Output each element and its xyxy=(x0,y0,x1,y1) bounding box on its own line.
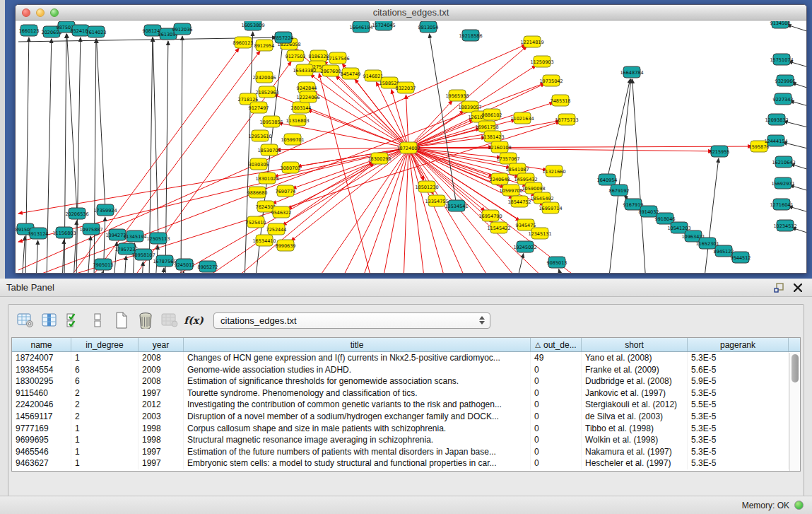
graph-node[interactable]: 18301025 xyxy=(255,173,278,184)
table-row[interactable]: 946362711997Embryonic stem cells: a mode… xyxy=(12,457,800,469)
graph-node[interactable]: 20206536 xyxy=(65,208,88,219)
graph-node[interactable]: 22420046 xyxy=(252,71,276,83)
graph-node[interactable]: 7252444 xyxy=(266,223,287,235)
table-cell[interactable]: Estimation of significance thresholds fo… xyxy=(184,375,531,387)
graph-node[interactable]: 12716041 xyxy=(770,199,793,210)
graph-node[interactable]: 9329966 xyxy=(775,75,796,86)
table-cell[interactable]: 6 xyxy=(71,375,139,387)
table-cell[interactable]: 14569117 xyxy=(12,411,71,423)
graph-node[interactable]: 12224066 xyxy=(296,91,319,103)
table-cell[interactable]: 5.6E-5 xyxy=(688,364,789,376)
column-header-out_de[interactable]: △out_de... xyxy=(531,338,582,351)
graph-node[interactable]: 3030305 xyxy=(249,158,269,170)
graph-node[interactable]: 18775713 xyxy=(555,114,578,125)
graph-node[interactable]: 19735042 xyxy=(539,75,563,86)
graph-edge[interactable] xyxy=(18,148,408,214)
table-cell[interactable]: 2008 xyxy=(139,352,184,364)
table-row[interactable]: 1830029562008Estimation of significance … xyxy=(12,375,800,387)
table-cell[interactable]: Corpus callosum shape and size in male p… xyxy=(184,423,531,435)
graph-node[interactable]: 10234512 xyxy=(773,220,796,231)
network-window-titlebar[interactable]: citations_edges.txt xyxy=(16,5,806,21)
graph-edge[interactable] xyxy=(97,39,105,210)
graph-edge[interactable] xyxy=(101,271,102,273)
new-document-button[interactable] xyxy=(112,310,131,330)
table-cell[interactable]: 18724007 xyxy=(12,352,71,364)
graph-node[interactable]: 10953855 xyxy=(259,116,283,127)
graph-node[interactable]: 16787565 xyxy=(153,255,176,267)
table-cell[interactable]: 9463627 xyxy=(12,457,71,469)
graph-node[interactable]: 8454749 xyxy=(341,68,361,79)
table-cell[interactable]: 0 xyxy=(531,364,582,376)
table-cell[interactable]: Yano et al. (2008) xyxy=(582,352,688,364)
graph-node[interactable]: 7905013 xyxy=(93,259,114,270)
graph-node[interactable]: 17359924 xyxy=(93,204,117,216)
graph-node[interactable]: 12953610 xyxy=(248,130,271,141)
table-cell[interactable]: 18300295 xyxy=(12,375,71,387)
graph-edge[interactable] xyxy=(62,240,64,273)
graph-edge[interactable] xyxy=(47,39,52,273)
graph-edge[interactable] xyxy=(181,36,182,273)
table-row[interactable]: 1456911722003Disruption of a novel membe… xyxy=(12,411,800,423)
graph-node[interactable]: 8905272 xyxy=(198,261,218,272)
table-row[interactable]: 977716911998Corpus callosum shape and si… xyxy=(12,423,800,435)
table-cell[interactable]: 1998 xyxy=(139,423,184,435)
graph-node[interactable]: 7525410 xyxy=(246,216,266,228)
graph-edge[interactable] xyxy=(142,262,143,273)
table-cell[interactable]: 0 xyxy=(531,434,582,446)
function-builder-button[interactable]: f(x) xyxy=(184,310,204,330)
graph-node[interactable]: 1640954 xyxy=(597,174,618,185)
graph-node[interactable]: 10958107 xyxy=(131,249,155,260)
graph-node[interactable]: 9127503 xyxy=(286,50,306,62)
graph-edge[interactable] xyxy=(787,25,806,33)
graph-node[interactable]: 15751074 xyxy=(770,54,793,65)
graph-node[interactable]: 12214819 xyxy=(520,36,543,47)
graph-node[interactable]: 19565938 xyxy=(445,90,469,101)
table-cell[interactable]: 0 xyxy=(531,446,582,458)
graph-edge[interactable] xyxy=(607,79,630,180)
table-cell[interactable]: 9699695 xyxy=(12,434,71,446)
table-cell[interactable]: 0 xyxy=(531,399,582,411)
import-table-button[interactable] xyxy=(160,310,180,330)
graph-node[interactable]: 18501230 xyxy=(415,181,438,192)
memory-ok-icon[interactable] xyxy=(794,501,804,510)
graph-node[interactable]: 8215955 xyxy=(710,146,730,157)
graph-node[interactable]: 8912954 xyxy=(254,40,275,51)
float-panel-button[interactable] xyxy=(774,283,784,293)
graph-node[interactable]: 8960123 xyxy=(233,37,254,48)
table-cell[interactable]: 5.3E-5 xyxy=(688,352,789,364)
table-cell[interactable]: Franke et al. (2009) xyxy=(582,364,688,376)
citation-network-graph[interactable]: 1872400718300295195659381883905712610651… xyxy=(16,21,806,273)
table-row[interactable]: 1938455462009Genome-wide association stu… xyxy=(12,364,800,376)
select-columns-button[interactable] xyxy=(40,310,59,330)
graph-node[interactable]: 18530705 xyxy=(257,144,281,156)
table-cell[interactable]: Dudbridge et al. (2008) xyxy=(582,375,688,387)
graph-edge[interactable] xyxy=(245,32,253,273)
graph-node[interactable]: 8322037 xyxy=(396,82,416,93)
table-cell[interactable]: Investigating the contribution of common… xyxy=(184,399,531,411)
table-cell[interactable]: 5.9E-5 xyxy=(688,375,789,387)
graph-edge[interactable] xyxy=(36,240,38,273)
graph-node[interactable]: 10599700 xyxy=(499,185,522,196)
graph-node[interactable]: 9912036 xyxy=(172,23,193,35)
graph-node[interactable]: 11345194 xyxy=(123,230,146,242)
graph-node[interactable]: 16534410 xyxy=(252,235,276,246)
graph-edge[interactable] xyxy=(408,148,712,151)
graph-edge[interactable] xyxy=(792,228,806,235)
graph-node[interactable]: 11021634 xyxy=(510,112,534,124)
graph-node[interactable]: 16543382 xyxy=(293,64,316,76)
graph-node[interactable]: 10599701 xyxy=(281,134,304,145)
graph-edge[interactable] xyxy=(408,148,446,273)
graph-node[interactable]: 15724045 xyxy=(372,21,395,30)
graph-node[interactable]: 9245012 xyxy=(175,259,195,270)
minimize-window-button[interactable] xyxy=(36,8,45,17)
table-cell[interactable]: 0 xyxy=(531,423,582,435)
graph-node[interactable]: 11316803 xyxy=(286,115,309,126)
graph-edge[interactable] xyxy=(76,37,81,273)
table-cell[interactable]: Structural magnetic resonance image aver… xyxy=(184,434,531,446)
table-cell[interactable]: Stergiakouli et al. (2012) xyxy=(582,399,688,411)
graph-node[interactable]: 11156803 xyxy=(52,227,76,238)
graph-edge[interactable] xyxy=(153,37,158,238)
column-header-title[interactable]: title xyxy=(184,338,531,351)
graph-node[interactable]: 17157546 xyxy=(326,52,349,64)
table-cell[interactable]: 1998 xyxy=(139,434,184,446)
